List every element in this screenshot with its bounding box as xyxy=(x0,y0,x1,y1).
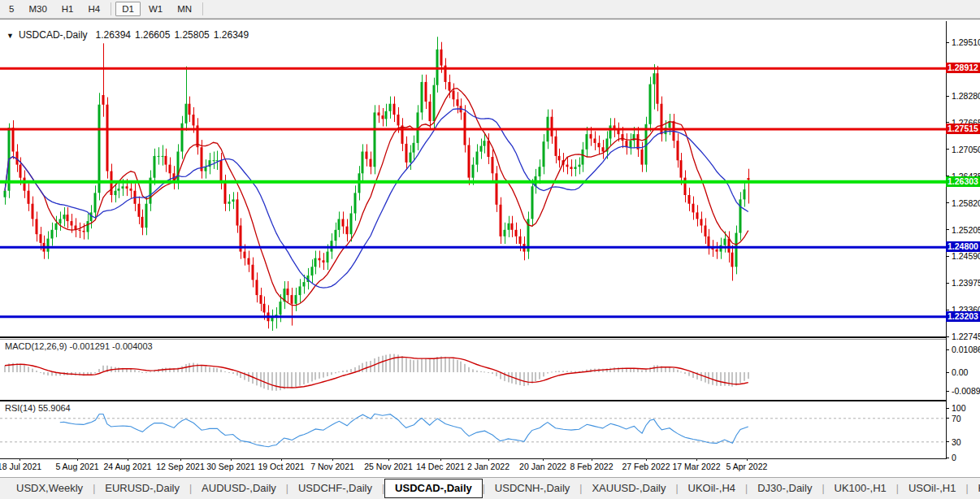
macd-tick-mark xyxy=(946,372,949,373)
time-tick-mark xyxy=(747,458,748,461)
time-tick-mark xyxy=(488,458,489,461)
time-tick-mark xyxy=(592,458,592,461)
time-axis[interactable]: 18 Jul 20215 Aug 202124 Aug 202112 Sep 2… xyxy=(0,460,946,476)
time-tick-mark xyxy=(231,458,232,461)
rsi-tick-mark xyxy=(946,458,949,458)
macd-indicator-label: MACD(12,26,9) -0.001291 -0.004003 xyxy=(5,341,153,351)
price-tick-label: 1.25205 xyxy=(952,225,980,235)
chart-dropdown-icon[interactable]: ▼ xyxy=(7,32,14,40)
tab-usdx-weekly[interactable]: USDX,Weekly xyxy=(7,480,93,497)
timeframe-button-d1[interactable]: D1 xyxy=(115,2,141,16)
tab-xauusd-daily[interactable]: XAUUSD-,Daily xyxy=(582,480,675,497)
price-badge-1-24800: 1.24800 xyxy=(946,241,980,252)
macd-tick-label: 0.00 xyxy=(952,367,968,377)
rsi-tick-label: 100 xyxy=(952,403,966,413)
tab-usdcad-daily[interactable]: USDCAD-,Daily xyxy=(384,479,483,498)
price-tick-label: 1.22745 xyxy=(952,332,980,341)
timeframe-button-w1[interactable]: W1 xyxy=(142,2,169,16)
rsi-tick-mark xyxy=(946,408,949,409)
price-tick-mark xyxy=(946,202,949,203)
time-tick-mark xyxy=(332,458,333,461)
timeframe-button-m30[interactable]: M30 xyxy=(22,2,53,16)
timeframe-button-5[interactable]: 5 xyxy=(2,2,20,16)
time-tick-mark xyxy=(281,458,282,461)
price-tick-mark xyxy=(946,229,949,230)
rsi-tick-label: 0 xyxy=(952,453,956,462)
timeframe-button-mn[interactable]: MN xyxy=(171,2,198,16)
pane-bottom-border xyxy=(0,458,946,459)
time-tick-mark xyxy=(440,458,441,461)
price-badge-1-23203: 1.23203 xyxy=(946,311,980,322)
price-tick-label: 1.27050 xyxy=(952,145,980,154)
tab-audusd-daily[interactable]: AUDUSD-,Daily xyxy=(192,480,286,497)
rsi-tick-mark xyxy=(946,441,949,442)
rsi-tick-label: 30 xyxy=(952,437,961,447)
price-tick-mark xyxy=(946,336,949,337)
price-tick-label: 1.25820 xyxy=(952,198,980,208)
price-axis: 1.295101.282801.276651.270501.264351.258… xyxy=(946,20,980,478)
price-tick-mark xyxy=(946,256,949,257)
tab-eurusd-daily[interactable]: EURUSD-,Daily xyxy=(95,480,189,497)
tab-usdcnh-daily[interactable]: USDCNH-,Daily xyxy=(485,480,579,497)
timeframe-toolbar: 5M30H1H4D1W1MN xyxy=(0,0,980,19)
macd-tick-mark xyxy=(946,349,949,350)
tab-dj30-daily[interactable]: DJ30-,Daily xyxy=(748,480,822,497)
chart-canvas[interactable] xyxy=(0,20,946,458)
price-tick-mark xyxy=(946,149,949,150)
price-badge-1-26303: 1.26303 xyxy=(946,176,980,187)
time-tick-mark xyxy=(128,458,128,461)
rsi-value: 55.9064 xyxy=(38,403,71,413)
chart-title: ▼USDCAD-,Daily1.263941.266051.258051.263… xyxy=(7,29,253,41)
timeframe-button-h4[interactable]: H4 xyxy=(81,2,106,16)
timeframe-button-h1[interactable]: H1 xyxy=(55,2,80,16)
price-tick-mark xyxy=(946,96,949,97)
macd-tick-label: -0.008974 xyxy=(952,386,980,396)
pane-separator[interactable] xyxy=(0,400,946,401)
price-badge-1-27515: 1.27515 xyxy=(946,124,980,134)
price-badge-1-28912: 1.28912 xyxy=(946,63,980,73)
chart-tabs-bar: USDX,Weekly|EURUSD-,Daily|AUDUSD-,Daily|… xyxy=(0,477,980,499)
chart-symbol-label: USDCAD-,Daily xyxy=(19,29,88,41)
price-tick-mark xyxy=(946,283,949,284)
ohlc-high: 1.26605 xyxy=(135,29,170,41)
time-tick-mark xyxy=(77,458,78,461)
pane-separator[interactable] xyxy=(0,336,946,338)
tab-usdchf-daily[interactable]: USDCHF-,Daily xyxy=(288,480,382,497)
price-tick-label: 1.24590 xyxy=(952,251,980,261)
ohlc-low: 1.25805 xyxy=(174,29,209,41)
tab-ukoil-h4[interactable]: UKOil-,H4 xyxy=(679,480,746,497)
toolbar-separator xyxy=(202,2,203,15)
rsi-tick-mark xyxy=(946,418,949,419)
pane-separator-shadow xyxy=(0,339,946,340)
macd-tick-label: 0.010869 xyxy=(952,345,980,354)
toolbar-separator xyxy=(111,2,111,15)
price-tick-label: 1.29510 xyxy=(952,37,980,47)
price-tick-label: 1.28280 xyxy=(952,91,980,101)
time-label: 7 Nov 2021 xyxy=(300,462,365,471)
time-tick-mark xyxy=(543,458,544,461)
ohlc-open: 1.26394 xyxy=(96,29,131,41)
price-tick-label: 1.23975 xyxy=(952,278,980,288)
trading-terminal-window: 5M30H1H4D1W1MN 1.295101.282801.276651.27… xyxy=(0,0,980,499)
macd-values: -0.001291 -0.004003 xyxy=(69,341,152,351)
time-tick-mark xyxy=(696,458,697,461)
time-tick-mark xyxy=(388,458,389,461)
time-tick-mark xyxy=(646,458,647,461)
time-tick-mark xyxy=(20,458,20,461)
macd-tick-mark xyxy=(946,391,949,392)
tab-uk100-h1[interactable]: UK100-,H1 xyxy=(825,480,896,497)
time-label: 5 Apr 2022 xyxy=(714,462,779,471)
chart-window: 1.295101.282801.276651.270501.264351.258… xyxy=(0,19,980,478)
rsi-tick-label: 70 xyxy=(952,414,961,423)
tab-hk50-h1[interactable]: HK50-,H1 xyxy=(969,480,980,497)
tab-usoil-h1[interactable]: USOil-,H1 xyxy=(899,480,966,497)
price-tick-mark xyxy=(946,42,949,43)
price-tick-mark xyxy=(946,310,949,310)
rsi-indicator-label: RSI(14) 55.9064 xyxy=(5,403,71,413)
time-tick-mark xyxy=(180,458,181,461)
ohlc-close: 1.26349 xyxy=(214,29,249,41)
